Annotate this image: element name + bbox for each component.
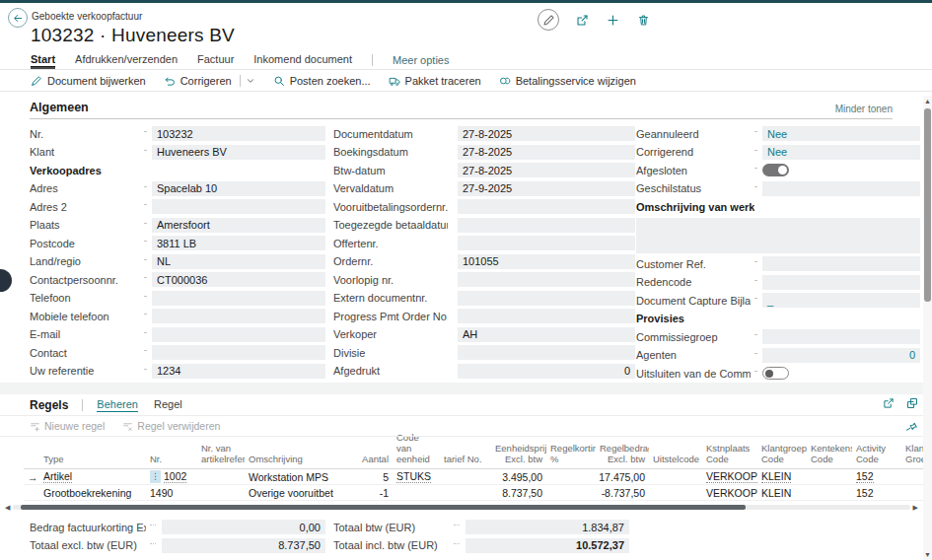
toggle-switch[interactable] [762,164,789,176]
share-icon[interactable] [574,12,590,28]
total-value-box[interactable]: 1.834,87 [466,520,629,534]
scroll-left-arrow[interactable]: ◀ [5,503,10,512]
column-header[interactable]: tarief No. [440,455,491,468]
column-header[interactable]: Code van eenheid [393,433,440,468]
vertical-scrollbar[interactable]: ▲ ▼ [923,96,932,560]
field-input[interactable] [152,327,325,342]
column-header[interactable]: Omschrijving [245,455,333,468]
column-header[interactable]: Nr. van artikelrefer... [197,444,245,468]
table-row[interactable]: Grootboekrekening1490Overige vooruitbeta… [24,485,929,501]
field-input[interactable] [458,236,635,250]
field-input[interactable]: 103232 [152,126,325,141]
table-cell[interactable]: 17.475,00 [596,471,649,483]
more-options[interactable]: Meer opties [393,50,449,69]
table-cell[interactable]: 3.495,00 [491,471,546,483]
cell-value[interactable]: KLEIN [761,470,791,483]
toolbar-button[interactable]: Betalingsservice wijzigen [499,75,636,87]
field-input[interactable] [458,199,635,214]
vertical-scrollbar-thumb[interactable] [924,108,931,302]
field-input[interactable]: 1234 [152,364,325,379]
field-input[interactable]: 27-8-2025 [458,145,635,160]
active-row-arrow[interactable]: → [24,471,39,483]
field-input[interactable]: 0 [762,348,920,363]
field-input[interactable] [762,275,920,290]
column-header[interactable]: Eenheidsprijs Excl. btw [491,444,546,468]
toggle-switch[interactable] [762,367,789,380]
share-icon[interactable] [883,397,895,409]
field-input[interactable]: Nee [762,126,920,141]
ribbon-tab[interactable]: Inkomend document [253,50,352,69]
field-input[interactable] [458,218,635,233]
field-input[interactable]: Spacelab 10 [152,181,325,196]
lines-action-button[interactable]: Regel verwijderen [122,420,220,432]
table-cell[interactable]: 5 [333,471,393,483]
table-cell[interactable]: KLEIN [757,470,807,483]
table-cell[interactable]: VERKOOP [702,487,757,499]
cell-value[interactable]: STUKS [396,470,431,483]
column-header[interactable]: Aantal [333,455,393,468]
field-input[interactable] [458,272,635,287]
cell-value[interactable]: Artikel [43,470,72,483]
field-input[interactable] [152,199,325,214]
field-input[interactable] [762,181,920,196]
table-cell[interactable]: KLEIN [757,487,807,499]
lines-action-button[interactable]: Nieuwe regel [30,420,105,432]
table-cell[interactable]: STUKS [393,470,440,483]
field-input[interactable]: NL [152,254,325,269]
column-header[interactable]: Klantgroep Code [757,444,807,468]
pencil-icon[interactable] [538,9,559,31]
row-context-menu-icon[interactable]: ⋮ [150,470,161,483]
table-cell[interactable]: ⋮1002 [146,470,197,483]
total-value-box[interactable]: 8.737,50 [162,538,325,553]
field-input[interactable]: 27-8-2025 [458,163,635,177]
field-input[interactable] [152,309,325,323]
field-input[interactable] [458,309,635,323]
table-cell[interactable]: -8.737,50 [596,487,649,499]
lines-menu-item[interactable]: Regel [154,398,182,412]
table-cell[interactable]: VERKOOP [702,470,757,483]
column-header[interactable]: Uitstelcode [649,455,702,468]
table-cell[interactable]: 152 [852,470,901,483]
ribbon-tab[interactable]: Afdrukken/verzenden [75,50,178,69]
ribbon-tab[interactable]: Factuur [197,50,234,69]
table-cell[interactable]: 1490 [146,487,197,499]
lines-menu-item[interactable]: Beheren [97,398,138,412]
table-cell[interactable]: Grootboekrekening [39,487,146,499]
field-input[interactable] [458,291,635,306]
column-header[interactable]: Regelbedrag Excl. btw [596,444,649,468]
field-input[interactable]: 27-8-2025 [458,126,635,141]
column-header[interactable] [24,465,39,468]
toolbar-button[interactable]: Pakket traceren [389,75,481,87]
field-input[interactable] [636,218,920,253]
table-cell[interactable]: -1 [333,487,393,499]
field-input[interactable]: Amersfoort [152,218,325,233]
field-input[interactable] [152,291,325,306]
table-cell[interactable]: 8.737,50 [491,487,546,499]
total-value-box[interactable]: 0,00 [162,520,325,534]
scrollbar-thumb[interactable] [21,505,746,510]
section-title[interactable]: Algemeen [30,101,89,114]
toolbar-button[interactable]: Corrigeren [164,75,255,87]
scroll-down-arrow[interactable]: ▼ [923,551,932,558]
field-input[interactable]: CT000036 [152,272,325,287]
cell-value[interactable]: 152 [856,470,874,483]
scrollbar-track[interactable] [13,505,909,510]
field-input[interactable]: _ [762,293,920,308]
table-row[interactable]: →Artikel⋮1002Workstation MPS5STUKS3.495,… [24,469,929,485]
pin-icon[interactable] [906,419,918,437]
field-input[interactable]: 101055 [458,254,635,269]
table-cell[interactable]: Overige vooruitbetalingen [245,487,333,499]
column-header[interactable]: Regelkorting % [546,444,596,468]
column-header[interactable]: Kstnplaats Code [702,444,757,468]
cell-value[interactable]: 1002 [164,470,186,483]
total-value-box[interactable]: 10.572,37 [466,538,629,553]
field-input[interactable] [762,256,920,271]
field-input[interactable]: 27-9-2025 [458,181,635,196]
add-icon[interactable] [605,12,620,28]
delete-icon[interactable] [635,12,651,28]
column-header[interactable]: Nr. [146,455,197,468]
field-input[interactable]: 3811 LB [152,236,325,250]
scroll-up-arrow[interactable]: ▲ [923,98,932,105]
show-less-link[interactable]: Minder tonen [835,104,893,114]
column-header[interactable]: Kentekens Code [807,444,852,468]
